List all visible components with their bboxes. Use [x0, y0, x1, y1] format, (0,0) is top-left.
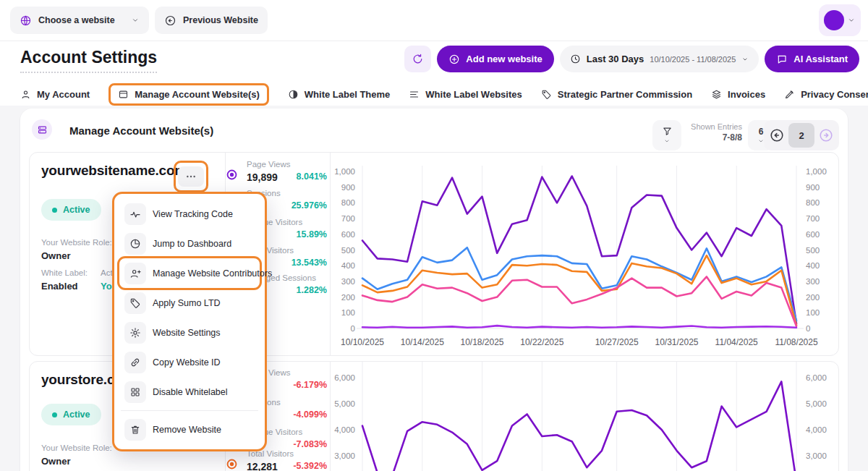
date-range-value: 10/10/2025 - 11/08/2025	[650, 55, 736, 64]
svg-text:800: 800	[341, 198, 355, 207]
header-actions: Add new website Last 30 Days 10/10/2025 …	[404, 46, 859, 72]
radio-selected-icon[interactable]	[226, 169, 238, 181]
svg-text:6,000: 6,000	[334, 373, 355, 382]
grid-icon	[124, 381, 146, 403]
filter-button[interactable]	[652, 120, 681, 150]
tab-white-label-theme[interactable]: White Label Theme	[288, 89, 390, 100]
ellipsis-icon	[185, 171, 197, 182]
svg-text:100: 100	[341, 308, 355, 317]
lines-icon	[409, 89, 420, 100]
tab-manage-account-website-s[interactable]: Manage Account Website(s)	[109, 83, 269, 106]
avatar	[824, 10, 844, 30]
pagination-current-page[interactable]: 2	[788, 123, 814, 148]
page-title: Account Settings	[20, 48, 157, 73]
svg-text:10/22/2025: 10/22/2025	[520, 337, 563, 347]
white-label-value: Enabled	[41, 281, 78, 292]
pagination-next-button[interactable]	[816, 125, 836, 145]
website-actions-button[interactable]	[178, 166, 204, 187]
svg-text:700: 700	[806, 214, 820, 223]
stat-row-total-visitors: Total Visitors12,281-5.392%	[225, 449, 330, 471]
ai-assistant-button[interactable]: AI Assistant	[765, 46, 859, 72]
svg-text:0: 0	[806, 324, 810, 333]
website-name: yourwebsitename.com	[41, 163, 187, 179]
account-settings-page: Choose a website Previous Website Accoun…	[0, 0, 868, 471]
page-size-value: 6	[759, 127, 764, 137]
tab-white-label-websites[interactable]: White Label Websites	[409, 89, 522, 100]
svg-text:10/14/2025: 10/14/2025	[401, 337, 444, 347]
clock-icon	[570, 54, 581, 64]
top-bar: Choose a website Previous Website	[0, 0, 868, 41]
tab-strategic-partner-commission[interactable]: Strategic Partner Commission	[541, 89, 692, 100]
context-menu: View Tracking CodeJump to DashboardManag…	[112, 192, 267, 451]
pagination-prev-button[interactable]	[767, 125, 787, 145]
add-new-website-label: Add new website	[466, 54, 542, 64]
trash-icon	[124, 419, 146, 441]
menu-item-remove-website[interactable]: Remove Website	[119, 415, 260, 444]
user-avatar-menu[interactable]	[819, 4, 861, 36]
menu-item-disable-whitelabel[interactable]: Disable Whitelabel	[119, 377, 260, 407]
traffic-line-chart: 0010010020020030030040040050050060060070…	[330, 153, 840, 357]
refresh-button[interactable]	[404, 46, 431, 72]
person-icon	[20, 89, 31, 100]
svg-text:200: 200	[806, 293, 820, 302]
globe-icon	[20, 14, 32, 27]
tab-label: Privacy Consents	[801, 89, 868, 100]
role-label: Your Website Role:	[41, 238, 112, 247]
role-label: Your Website Role:	[41, 444, 112, 452]
white-label-label: White Label:	[41, 268, 88, 277]
svg-text:400: 400	[806, 261, 820, 270]
menu-item-label: Apply Sumo LTD	[153, 298, 221, 308]
server-icon	[37, 124, 48, 135]
previous-website-label: Previous Website	[183, 15, 258, 25]
arrow-right-circle-icon	[818, 127, 834, 143]
stat-row-page-views: Page Views19,8998.041%	[225, 160, 330, 186]
panel-title: Manage Account Website(s)	[69, 124, 213, 137]
svg-text:10/18/2025: 10/18/2025	[460, 337, 503, 347]
menu-item-label: Remove Website	[153, 425, 221, 435]
tab-invoices[interactable]: Invoices	[711, 89, 765, 100]
menu-item-manage-website-contributors[interactable]: Manage Website Contributors	[119, 258, 260, 288]
tab-privacy-consents[interactable]: Privacy Consents	[784, 89, 868, 100]
menu-item-copy-website-id[interactable]: Copy Website ID	[119, 347, 260, 377]
previous-website-button[interactable]: Previous Website	[155, 7, 268, 34]
menu-item-label: Manage Website Contributors	[153, 268, 272, 279]
tag-icon	[124, 292, 146, 314]
menu-item-apply-sumo-ltd[interactable]: Apply Sumo LTD	[119, 288, 260, 318]
menu-item-label: Website Settings	[153, 328, 221, 338]
ai-assistant-label: AI Assistant	[793, 54, 848, 64]
svg-text:6,000: 6,000	[806, 373, 827, 382]
date-range-label: Last 30 Days	[587, 54, 644, 64]
stat-percent: -6.179%	[293, 380, 327, 390]
menu-item-website-settings[interactable]: Website Settings	[119, 318, 260, 347]
menu-item-view-tracking-code[interactable]: View Tracking Code	[119, 199, 260, 229]
tab-my-account[interactable]: My Account	[20, 89, 90, 100]
svg-text:900: 900	[341, 183, 355, 192]
tab-label: My Account	[37, 89, 90, 100]
layers-icon	[711, 89, 722, 100]
person-plus-icon	[124, 263, 146, 284]
svg-text:1,000: 1,000	[806, 167, 827, 176]
svg-text:3,000: 3,000	[806, 451, 827, 460]
pen-icon	[784, 89, 795, 100]
stat-percent: -7.083%	[293, 439, 327, 449]
menu-item-label: Copy Website ID	[153, 357, 221, 368]
link-icon	[124, 352, 146, 373]
plus-circle-icon	[448, 54, 460, 65]
svg-text:11/04/2025: 11/04/2025	[715, 337, 758, 347]
date-range-picker[interactable]: Last 30 Days 10/10/2025 - 11/08/2025	[560, 46, 760, 72]
stat-percent: 25.976%	[292, 200, 327, 211]
pie-icon	[124, 233, 146, 255]
chevron-down-icon	[847, 16, 856, 25]
gear-icon	[124, 322, 146, 344]
menu-divider	[121, 410, 258, 411]
refresh-icon	[412, 53, 424, 65]
add-new-website-button[interactable]: Add new website	[437, 46, 553, 72]
status-label: Active	[63, 205, 90, 215]
choose-website-dropdown[interactable]: Choose a website	[10, 7, 149, 34]
svg-text:400: 400	[341, 261, 355, 270]
svg-text:800: 800	[806, 198, 820, 207]
radio-selected-icon[interactable]	[226, 458, 238, 470]
menu-item-jump-to-dashboard[interactable]: Jump to Dashboard	[119, 229, 260, 258]
status-dot	[52, 412, 57, 417]
status-badge: Active	[41, 199, 101, 221]
